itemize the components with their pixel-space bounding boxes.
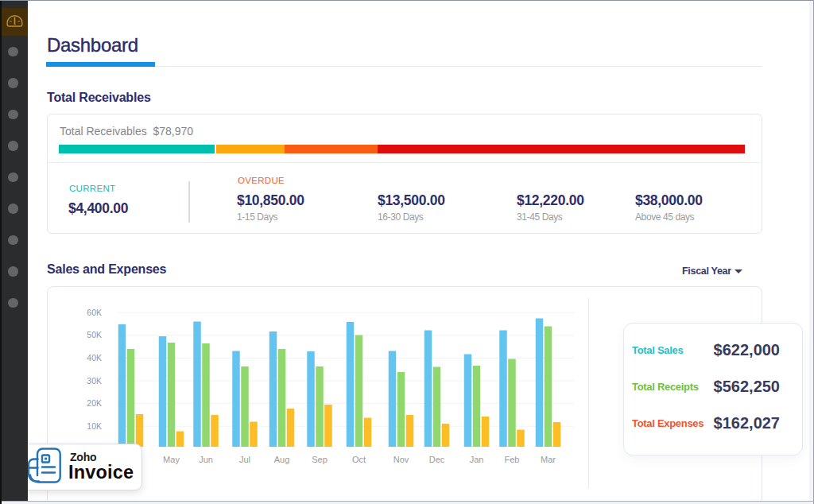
svg-text:Aug: Aug bbox=[274, 455, 290, 464]
svg-text:Oct: Oct bbox=[352, 455, 366, 464]
svg-text:10K: 10K bbox=[87, 421, 102, 431]
svg-text:20K: 20K bbox=[87, 398, 102, 408]
svg-text:Dec: Dec bbox=[429, 455, 445, 464]
svg-text:Feb: Feb bbox=[505, 455, 520, 464]
svg-text:30K: 30K bbox=[87, 376, 102, 386]
svg-text:Jun: Jun bbox=[199, 455, 213, 464]
svg-text:May: May bbox=[163, 455, 180, 464]
svg-text:40K: 40K bbox=[87, 353, 102, 362]
svg-text:Jul: Jul bbox=[239, 455, 250, 464]
svg-text:50K: 50K bbox=[87, 330, 102, 339]
svg-text:60K: 60K bbox=[87, 308, 102, 317]
svg-text:Nov: Nov bbox=[393, 455, 409, 464]
svg-text:Mar: Mar bbox=[541, 455, 556, 464]
svg-text:Sep: Sep bbox=[312, 455, 328, 464]
svg-text:Jan: Jan bbox=[470, 455, 484, 464]
